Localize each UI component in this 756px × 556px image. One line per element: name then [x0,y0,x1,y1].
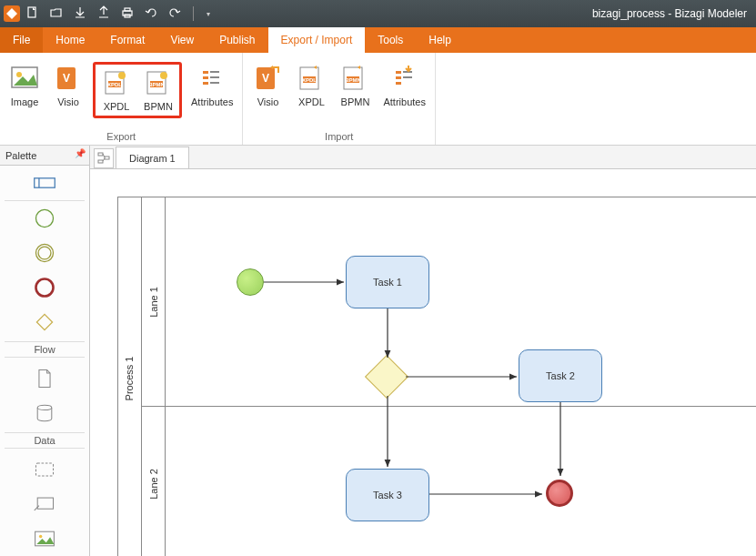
import-attributes-button[interactable]: Attributes [379,62,428,109]
task2-label: Task 2 [546,370,575,381]
pin-icon[interactable]: 📌 [75,148,86,158]
export-xpdl-button[interactable]: XPDL XPDL [97,66,136,114]
svg-rect-55 [98,160,103,163]
import-xpdl-button[interactable]: XPDL XPDL [292,62,330,109]
open-icon[interactable] [49,5,64,23]
menu-view[interactable]: View [157,27,207,53]
bpmn-lane-2[interactable]: Lane 2 [142,407,756,556]
tab-diagram1-label: Diagram 1 [129,153,176,164]
palette-lane-shape[interactable] [33,171,56,195]
new-icon[interactable] [25,5,40,23]
save-icon[interactable] [73,5,87,23]
palette-annotation-shape[interactable] [33,492,56,516]
menu-export-import[interactable]: Export / Import [268,27,366,53]
svg-rect-46 [36,314,52,329]
qat-customize-icon[interactable]: ▾ [207,10,210,18]
svg-rect-19 [203,76,208,79]
lane1-header[interactable]: Lane 1 [142,197,166,406]
palette-group-shape[interactable] [33,458,56,481]
svg-point-13 [118,72,126,79]
qat-divider [193,6,194,21]
menu-bar: File Home Format View Publish Export / I… [0,27,756,53]
window-title: bizagi_process - Bizagi Modeler [592,7,747,20]
xpdl-import-icon: XPDL [297,64,326,93]
bpmn-task-2[interactable]: Task 2 [519,349,602,402]
svg-rect-48 [35,463,53,476]
attributes-import-icon [390,64,419,93]
menu-publish[interactable]: Publish [207,27,267,53]
export-bpmn-button[interactable]: BPMN BPMN [139,66,177,114]
body: Palette 📌 Flow Data [0,146,756,556]
export-visio-button[interactable]: V Visio [49,62,87,109]
menu-help[interactable]: Help [416,27,464,53]
bpmn-pool[interactable]: Process 1 Lane 1 Lane 2 Task 1 Task 2 Ta… [117,197,756,556]
bpmn-task-1[interactable]: Task 1 [346,256,429,308]
palette-intermediate-event-shape[interactable] [33,241,56,265]
ribbon-group-export: Image V Visio XPDL XPDL BPMN BPMN Attrib… [0,53,243,145]
ribbon-group-import: V Visio XPDL XPDL BPMN BPMN Attributes I… [243,53,435,145]
svg-rect-54 [98,153,103,156]
bpmn-lane-1[interactable]: Lane 1 [142,197,756,407]
palette-divider [5,200,85,201]
diagram-overview-icon[interactable] [94,148,114,168]
svg-point-17 [160,72,167,79]
diagram-canvas[interactable]: Process 1 Lane 1 Lane 2 Task 1 Task 2 Ta… [90,169,756,556]
svg-rect-1 [28,7,35,17]
svg-text:BPMN: BPMN [148,82,165,87]
title-bar: ▾ bizagi_process - Bizagi Modeler [0,0,756,27]
task1-label: Task 1 [373,277,402,288]
print-icon[interactable] [120,5,135,23]
lane2-label: Lane 2 [148,469,159,500]
svg-point-47 [37,405,52,409]
undo-icon[interactable] [144,5,158,23]
palette-data-object-shape[interactable] [33,367,56,390]
canvas-area: Diagram 1 Process 1 Lane 1 Lane 2 Task 1… [90,146,756,556]
palette-gateway-shape[interactable] [33,310,56,334]
pool-label: Process 1 [125,357,136,401]
svg-text:BPMN: BPMN [346,77,362,83]
export-attributes-button[interactable]: Attributes [187,62,237,109]
quick-access-toolbar: ▾ [25,5,210,23]
svg-text:XPDL: XPDL [107,82,122,87]
svg-point-42 [35,209,53,227]
palette-end-event-shape[interactable] [33,276,56,299]
lane1-label: Lane 1 [148,287,159,318]
svg-point-6 [16,72,22,77]
tab-diagram1[interactable]: Diagram 1 [116,147,189,168]
import-xpdl-label: XPDL [298,96,325,107]
pool-header[interactable]: Process 1 [118,197,142,556]
palette-start-event-shape[interactable] [33,207,56,230]
svg-rect-56 [105,157,109,159]
palette-image-shape[interactable] [33,527,56,551]
svg-rect-18 [203,71,208,74]
svg-rect-49 [37,498,53,509]
import-visio-button[interactable]: V Visio [248,62,287,109]
menu-format[interactable]: Format [97,27,157,53]
saveas-icon[interactable] [96,5,111,23]
menu-file[interactable]: File [0,27,43,53]
bpmn-end-event[interactable] [546,480,573,507]
svg-point-45 [35,278,53,296]
lane2-header[interactable]: Lane 2 [142,407,166,556]
import-visio-label: Visio [257,96,279,107]
redo-icon[interactable] [167,5,182,23]
bpmn-task-3[interactable]: Task 3 [346,469,429,521]
export-xpdl-label: XPDL [104,101,130,112]
svg-rect-35 [396,71,401,74]
export-image-button[interactable]: Image [5,62,44,109]
menu-home[interactable]: Home [43,27,97,53]
svg-point-44 [38,247,51,259]
svg-marker-53 [36,537,54,544]
svg-rect-20 [203,82,208,85]
menu-tools[interactable]: Tools [365,27,416,53]
ribbon: Image V Visio XPDL XPDL BPMN BPMN Attrib… [0,53,756,146]
export-group-label: Export [106,128,136,145]
palette-data-store-shape[interactable] [33,401,56,425]
app-logo [4,5,20,22]
svg-text:V: V [63,72,70,85]
svg-rect-40 [35,178,55,187]
palette-header[interactable]: Palette 📌 [0,146,89,166]
svg-rect-36 [396,76,401,79]
import-bpmn-button[interactable]: BPMN BPMN [336,62,374,109]
bpmn-start-event[interactable] [237,268,264,296]
